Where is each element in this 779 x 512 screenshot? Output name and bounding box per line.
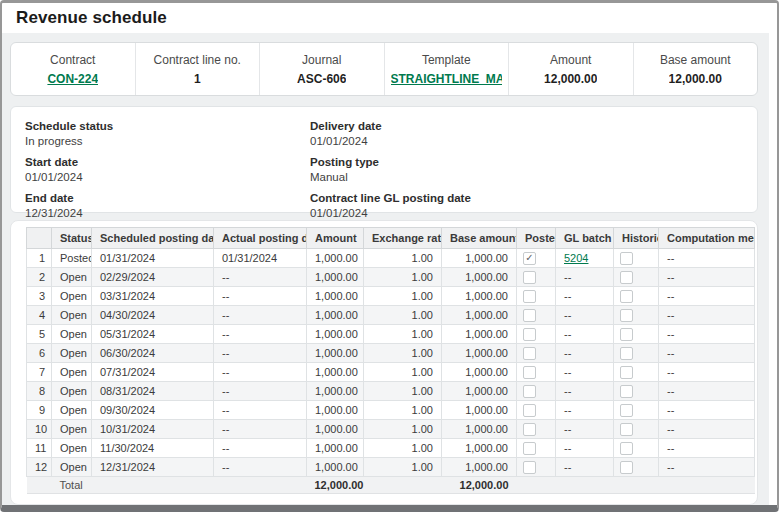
exchange-rate-cell: 1.00 bbox=[364, 306, 442, 325]
details-panel: Schedule status In progress Start date 0… bbox=[10, 106, 758, 213]
posted-checkbox[interactable] bbox=[523, 366, 536, 379]
posted-checkbox[interactable] bbox=[523, 290, 536, 303]
historical-checkbox[interactable] bbox=[620, 252, 633, 265]
computation-memo-cell: -- bbox=[659, 287, 755, 306]
journal-value: ASC-606 bbox=[297, 72, 346, 86]
amount-cell: 1,000.00 bbox=[307, 306, 364, 325]
posted-checkbox[interactable] bbox=[523, 271, 536, 284]
end-date-value: 12/31/2024 bbox=[25, 207, 310, 219]
computation-memo-cell: -- bbox=[659, 344, 755, 363]
gl-batch-link[interactable]: 5204 bbox=[564, 252, 588, 264]
posted-cell bbox=[517, 420, 556, 439]
scheduled-posting-date-cell: 08/31/2024 bbox=[92, 382, 214, 401]
col-header-exchange-rate: Exchange rate bbox=[364, 228, 442, 249]
contract-line-no-label: Contract line no. bbox=[154, 53, 241, 67]
col-header-status: Status bbox=[52, 228, 92, 249]
table-header: Status Scheduled posting date Actual pos… bbox=[27, 228, 755, 249]
summary-bar: Contract CON-224 Contract line no. 1 Jou… bbox=[10, 42, 758, 96]
row-number-cell: 6 bbox=[27, 344, 52, 363]
posted-checkbox[interactable] bbox=[523, 309, 536, 322]
historical-checkbox[interactable] bbox=[620, 328, 633, 341]
posted-cell bbox=[517, 325, 556, 344]
posted-checkbox[interactable]: ✓ bbox=[523, 252, 536, 265]
schedule-table-card: Status Scheduled posting date Actual pos… bbox=[10, 220, 758, 505]
table-row: 2Open02/29/2024--1,000.001.001,000.00---… bbox=[27, 268, 755, 287]
base-amount-cell: 1,000.00 bbox=[442, 344, 517, 363]
posted-cell bbox=[517, 401, 556, 420]
end-date-label: End date bbox=[25, 192, 310, 204]
scheduled-posting-date-cell: 01/31/2024 bbox=[92, 249, 214, 268]
scrollbar-track[interactable] bbox=[769, 33, 777, 505]
start-date-value: 01/01/2024 bbox=[25, 171, 310, 183]
amount-cell: 1,000.00 bbox=[307, 344, 364, 363]
content-area: Contract CON-224 Contract line no. 1 Jou… bbox=[2, 33, 777, 505]
historical-cell bbox=[614, 287, 659, 306]
posted-checkbox[interactable] bbox=[523, 347, 536, 360]
historical-cell bbox=[614, 439, 659, 458]
posted-checkbox[interactable] bbox=[523, 385, 536, 398]
col-header-computation-memo: Computation memo bbox=[659, 228, 755, 249]
historical-cell bbox=[614, 306, 659, 325]
historical-checkbox[interactable] bbox=[620, 404, 633, 417]
historical-checkbox[interactable] bbox=[620, 442, 633, 455]
row-number-cell: 8 bbox=[27, 382, 52, 401]
historical-checkbox[interactable] bbox=[620, 423, 633, 436]
contract-line-gl-posting-date-value: 01/01/2024 bbox=[310, 207, 757, 219]
historical-checkbox[interactable] bbox=[620, 366, 633, 379]
status-cell: Open bbox=[52, 458, 92, 477]
historical-checkbox[interactable] bbox=[620, 461, 633, 474]
computation-memo-cell: -- bbox=[659, 382, 755, 401]
gl-batch-cell: -- bbox=[556, 382, 614, 401]
posted-checkbox[interactable] bbox=[523, 461, 536, 474]
scheduled-posting-date-cell: 09/30/2024 bbox=[92, 401, 214, 420]
posted-checkbox[interactable] bbox=[523, 423, 536, 436]
computation-memo-cell: -- bbox=[659, 249, 755, 268]
schedule-table: Status Scheduled posting date Actual pos… bbox=[26, 227, 755, 494]
historical-checkbox[interactable] bbox=[620, 271, 633, 284]
gl-batch-cell: -- bbox=[556, 363, 614, 382]
historical-checkbox[interactable] bbox=[620, 290, 633, 303]
amount-value: 12,000.00 bbox=[544, 72, 597, 86]
status-cell: Open bbox=[52, 287, 92, 306]
posted-cell bbox=[517, 287, 556, 306]
exchange-rate-cell: 1.00 bbox=[364, 287, 442, 306]
computation-memo-cell: -- bbox=[659, 401, 755, 420]
schedule-status-value: In progress bbox=[25, 135, 310, 147]
col-header-gl-batch: GL batch bbox=[556, 228, 614, 249]
historical-checkbox[interactable] bbox=[620, 347, 633, 360]
posted-cell bbox=[517, 439, 556, 458]
posted-checkbox[interactable] bbox=[523, 442, 536, 455]
details-left-column: Schedule status In progress Start date 0… bbox=[25, 120, 310, 212]
historical-cell bbox=[614, 458, 659, 477]
revenue-schedule-window: Revenue schedule Contract CON-224 Contra… bbox=[0, 0, 779, 512]
col-header-row-number bbox=[27, 228, 52, 249]
posted-checkbox[interactable] bbox=[523, 328, 536, 341]
posting-type-label: Posting type bbox=[310, 156, 757, 168]
total-amount: 12,000.00 bbox=[307, 477, 364, 494]
table-body: 1Posted01/31/202401/31/20241,000.001.001… bbox=[27, 249, 755, 477]
historical-cell bbox=[614, 249, 659, 268]
exchange-rate-cell: 1.00 bbox=[364, 439, 442, 458]
historical-checkbox[interactable] bbox=[620, 309, 633, 322]
base-amount-cell: 1,000.00 bbox=[442, 382, 517, 401]
col-header-base-amount: Base amount bbox=[442, 228, 517, 249]
historical-checkbox[interactable] bbox=[620, 385, 633, 398]
posted-cell bbox=[517, 306, 556, 325]
amount-cell: 1,000.00 bbox=[307, 439, 364, 458]
gl-batch-cell: 5204 bbox=[556, 249, 614, 268]
gl-batch-cell: -- bbox=[556, 287, 614, 306]
template-link[interactable]: STRAIGHTLINE_MANUA bbox=[391, 72, 503, 86]
base-amount-cell: 1,000.00 bbox=[442, 268, 517, 287]
base-amount-label: Base amount bbox=[660, 53, 731, 67]
template-label: Template bbox=[422, 53, 471, 67]
base-amount-cell: 1,000.00 bbox=[442, 458, 517, 477]
computation-memo-cell: -- bbox=[659, 268, 755, 287]
exchange-rate-cell: 1.00 bbox=[364, 382, 442, 401]
total-base-amount: 12,000.00 bbox=[442, 477, 517, 494]
row-number-cell: 7 bbox=[27, 363, 52, 382]
posted-checkbox[interactable] bbox=[523, 404, 536, 417]
status-cell: Open bbox=[52, 382, 92, 401]
row-number-cell: 4 bbox=[27, 306, 52, 325]
exchange-rate-cell: 1.00 bbox=[364, 458, 442, 477]
contract-link[interactable]: CON-224 bbox=[47, 72, 98, 86]
